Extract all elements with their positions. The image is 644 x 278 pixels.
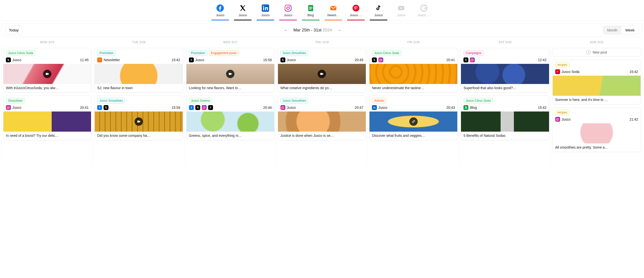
post-thumbnail [461, 112, 549, 132]
category-tag: Articles [372, 98, 386, 104]
day-header: WED 3/27 [185, 39, 276, 46]
day-column: Jusco Citrus Soda 20:41 Never underestim… [368, 46, 459, 164]
svg-rect-2 [263, 7, 264, 10]
in-icon [262, 4, 269, 12]
post-time: 20:47 [355, 106, 363, 110]
post-caption: Justice is done when Jusco is se… [278, 132, 366, 140]
category-tag: Engagement posts [209, 50, 239, 56]
svg-point-18 [9, 107, 9, 107]
post-card[interactable]: Jusco Citrus Soda Blog 15:42 5 Benefits … [461, 96, 549, 140]
svg-rect-24 [320, 73, 322, 75]
in-icon [372, 105, 377, 110]
svg-rect-21 [203, 107, 205, 109]
channel-fb[interactable]: Jusco [212, 4, 228, 20]
nl-icon [97, 57, 102, 62]
ig-icon [280, 105, 285, 110]
svg-point-41 [557, 119, 558, 120]
link-icon [409, 117, 418, 126]
new-post-button[interactable]: +New post [552, 48, 641, 57]
day-header: MON 3/25 [2, 39, 93, 46]
prev-week-arrow[interactable]: ← [283, 27, 289, 33]
ig-icon [378, 57, 383, 62]
view-month-button[interactable]: Month [603, 26, 621, 34]
post-card[interactable]: Promotion Newsletter 15:42 SJ: new flavo… [94, 48, 183, 93]
view-week-button[interactable]: Week [621, 26, 638, 34]
view-segmented-control: Month Week [603, 26, 639, 34]
account-name: Jusco [562, 117, 571, 121]
post-card[interactable]: Jusco Greens 20:44 Greens, spice, and ev… [186, 96, 274, 140]
svg-point-6 [289, 6, 290, 7]
channel-tt[interactable]: Jusco [371, 4, 386, 20]
account-name: Jusco [12, 106, 22, 110]
svg-rect-40 [556, 118, 559, 121]
channel-underline [347, 20, 365, 20]
post-time: 21:42 [630, 117, 638, 121]
channel-label: Jusco [284, 13, 292, 17]
date-range-label: Mar 25th - 31st 2024 [294, 28, 332, 33]
x-icon [372, 57, 377, 62]
next-week-arrow[interactable]: → [336, 27, 342, 33]
post-caption: With #JuscoCitrusSoda, you alw… [4, 84, 91, 92]
channel-in[interactable]: Jusco [258, 4, 273, 20]
pn-icon [352, 4, 360, 12]
post-card[interactable]: Jusco Citrus Soda Jusco 11:45 With #Jusc… [3, 48, 91, 93]
svg-rect-8 [309, 7, 312, 7]
post-card[interactable]: Jusco Citrus Soda 20:41 Never underestim… [369, 48, 458, 93]
channel-label: Jusco [397, 13, 406, 17]
fb-icon [189, 105, 194, 110]
account-name: Newsletter [104, 58, 120, 62]
tt-icon [208, 105, 213, 110]
svg-rect-25 [282, 107, 284, 109]
post-thumbnail [4, 112, 91, 132]
post-card[interactable]: recipes Jusco 21:42 All smoothies are pr… [552, 107, 641, 152]
bl-icon [464, 105, 468, 110]
svg-rect-19 [137, 121, 140, 123]
post-card[interactable]: Articles Jusco 20:43 Discover what fruit… [369, 96, 458, 140]
post-caption: What creative ingredients do yo… [278, 84, 366, 92]
gg-icon [420, 4, 428, 12]
svg-point-5 [287, 7, 290, 9]
day-column: Promotion Newsletter 15:42 SJ: new flavo… [93, 46, 184, 164]
post-time: 20:43 [446, 106, 455, 110]
fb-icon [97, 105, 102, 110]
channel-underline [370, 20, 388, 20]
channel-nl[interactable]: Newsl… [326, 4, 341, 20]
day-column: Jusco Smoothies Jusco 20:45 What creativ… [276, 46, 368, 164]
pn-icon [555, 69, 560, 74]
day-header: FRI 3/29 [368, 39, 459, 46]
svg-rect-4 [285, 5, 291, 11]
channel-gg[interactable]: Jusco … [416, 4, 432, 20]
post-time: 20:41 [80, 106, 88, 110]
category-tag: Smoothies [6, 98, 25, 104]
svg-point-22 [204, 107, 205, 108]
channel-underline [279, 20, 297, 20]
post-card[interactable]: recipes Jusco Soda 15:42 Summer is here,… [552, 60, 641, 104]
post-card[interactable]: Smoothies Jusco 20:41 In need of a boost… [3, 96, 91, 140]
account-name: Blog [470, 106, 477, 110]
post-card[interactable]: Jusco Smoothies Jusco 20:47 Justice is d… [278, 96, 366, 140]
channel-ig[interactable]: Jusco [280, 4, 296, 20]
post-card[interactable]: Jusco Smoothies 15:59 Did you know some … [94, 96, 183, 140]
account-name: Jusco [195, 58, 204, 62]
channel-label: Newsl… [328, 13, 339, 17]
category-tag: Jusco Smoothies [97, 98, 125, 104]
channel-yt[interactable]: Jusco [393, 4, 409, 20]
post-caption: SJ: new flavour in town [95, 84, 182, 92]
channel-underline [234, 20, 252, 20]
today-button[interactable]: Today [5, 26, 22, 34]
svg-rect-16 [8, 107, 10, 109]
tt-icon [375, 4, 382, 12]
channel-underline [211, 20, 229, 20]
channel-pn[interactable]: Jusco … [348, 4, 364, 20]
ig-icon [555, 117, 560, 122]
ig-icon [202, 105, 207, 110]
category-tag: Jusco Citrus Soda [372, 50, 401, 56]
post-card[interactable]: PromotionEngagement posts Jusco 15:59 Lo… [186, 48, 274, 93]
account-name: Jusco Soda [562, 70, 580, 74]
channel-bl[interactable]: Blog [303, 4, 318, 20]
post-card[interactable]: Jusco Smoothies Jusco 20:45 What creativ… [278, 48, 366, 93]
category-tag: Jusco Citrus Soda [6, 50, 35, 56]
channel-x[interactable]: Jusco [235, 4, 251, 20]
svg-point-17 [8, 107, 9, 108]
post-card[interactable]: Campaigns 12:42 Superfood that also look… [461, 48, 549, 93]
